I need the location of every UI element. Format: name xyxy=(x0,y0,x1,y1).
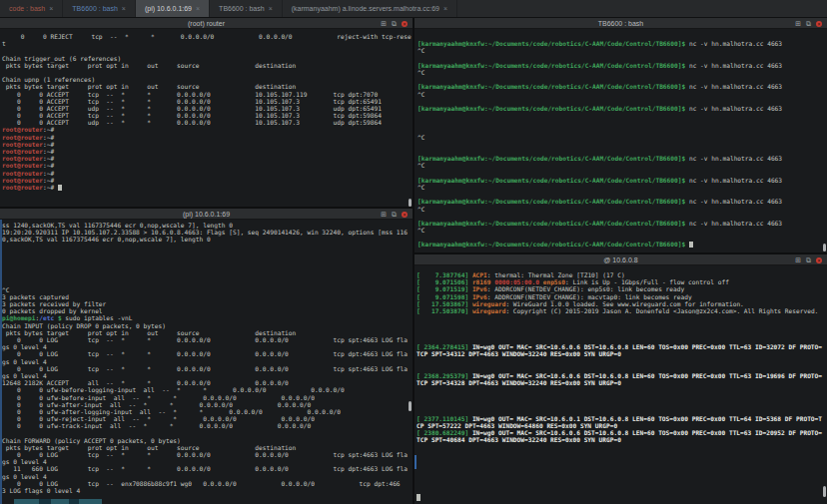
scrollbar[interactable] xyxy=(409,199,412,207)
popout-icon[interactable]: ⧉ xyxy=(392,20,397,27)
terminal-line: gs 0 level 4 xyxy=(2,473,413,480)
tab-label: (karmanyaahm) a.linode.servers.malhotra.… xyxy=(292,5,439,12)
terminal-line xyxy=(417,76,827,83)
scrollbar[interactable] xyxy=(409,401,412,411)
terminal-line: [karmanyaahm@knxfw:~/Documents/code/robo… xyxy=(417,40,827,47)
close-icon[interactable]: × xyxy=(402,212,408,218)
terminal-line xyxy=(416,451,827,458)
group-grid-icon[interactable]: ⊞ xyxy=(381,211,387,218)
terminal-line: Chain upnp (1 references) xyxy=(2,76,413,83)
terminal-line: ^C xyxy=(417,162,827,169)
terminal-line: 0 0 ACCEPT tcp -- * * 0.0.0.0/0 10.105.1… xyxy=(2,98,413,105)
terminal-line xyxy=(416,400,827,407)
terminal-line: [karmanyaahm@knxfw:~/Documents/code/robo… xyxy=(417,220,827,227)
terminal-line: pi@homepi:/etc $ sudo iptables -vnL xyxy=(2,314,413,321)
terminal-line xyxy=(416,321,827,328)
terminal-line xyxy=(417,191,827,198)
terminal-line: root@router:~# xyxy=(2,177,413,184)
group-grid-icon[interactable]: ⊞ xyxy=(795,20,801,27)
tab[interactable]: code : bash× xyxy=(0,0,63,17)
close-icon[interactable]: × xyxy=(816,21,822,27)
terminal-line: pkts bytes target prot opt in out source… xyxy=(2,83,413,90)
terminal-line xyxy=(416,472,827,479)
tab[interactable]: (pi) 10.6.0.1:69× xyxy=(136,0,210,17)
tab-close-icon[interactable]: × xyxy=(269,5,273,12)
scrollbar[interactable] xyxy=(823,244,826,252)
terminal-line: ^C xyxy=(417,91,827,98)
selection-fragment xyxy=(414,455,416,469)
tab-close-icon[interactable]: × xyxy=(122,5,126,12)
tab[interactable]: TB6600 : bash× xyxy=(210,0,283,17)
terminal-line xyxy=(417,33,827,40)
terminal-line: pkts bytes target prot opt in out source… xyxy=(2,444,413,451)
terminal-output-pi[interactable]: ss 1240,sackOK,TS val 1167375446 ecr 0,n… xyxy=(0,220,413,504)
terminal-line xyxy=(416,444,827,451)
terminal-line xyxy=(2,271,413,278)
terminal-line: ^C xyxy=(417,184,827,191)
popout-icon[interactable]: ⧉ xyxy=(806,256,811,263)
terminal-line: 3 packets received by filter xyxy=(2,300,413,307)
terminal-line: [ 9.071598] IPv6: ADDRCONF(NETDEV_CHANGE… xyxy=(416,293,827,300)
terminal-line xyxy=(2,429,413,436)
terminal-line: [karmanyaahm@knxfw:~/Documents/code/robo… xyxy=(417,155,827,162)
terminal-line xyxy=(417,170,827,177)
tab-label: TB6600 : bash xyxy=(219,5,265,12)
terminal-line: 0 0 ufw-before-input all -- * * 0.0.0.0/… xyxy=(2,394,413,401)
pane-title: (pi) 10.6.0.1:69 xyxy=(183,211,230,218)
terminal-line: 0 0 LOG tcp -- * * 0.0.0.0/0 0.0.0.0/0 t… xyxy=(2,451,413,458)
close-icon[interactable]: × xyxy=(402,21,408,27)
terminal-output-tb6600[interactable]: [karmanyaahm@knxfw:~/Documents/code/robo… xyxy=(414,29,827,252)
tab-close-icon[interactable]: × xyxy=(443,5,447,12)
terminal-line xyxy=(416,408,827,415)
terminal-line xyxy=(2,251,413,257)
terminal-line: [ 9.071506] r8169 0000:05:00.0 enp5s0: L… xyxy=(416,278,827,285)
terminal-line: [karmanyaahm@knxfw:~/Documents/code/robo… xyxy=(417,62,827,69)
terminal-line: [ 2368.295379] IN=wg0 OUT= MAC= SRC=10.6… xyxy=(416,372,827,379)
cursor xyxy=(416,494,420,500)
tab-close-icon[interactable]: × xyxy=(49,5,53,12)
terminal-line: root@router:~# xyxy=(2,184,413,191)
tab-bar: code : bash×TB6600 : bash×(pi) 10.6.0.1:… xyxy=(0,0,827,18)
scrollbar[interactable] xyxy=(823,486,826,497)
terminal-line xyxy=(416,465,827,472)
terminal-line: [karmanyaahm@knxfw:~/Documents/code/robo… xyxy=(417,177,827,184)
terminal-line: 0 0 ufw-after-logging-input all -- * * 0… xyxy=(2,408,413,415)
terminal-line xyxy=(2,257,413,264)
tab[interactable]: (karmanyaahm) a.linode.servers.malhotra.… xyxy=(283,0,457,17)
terminal-line: gs 0 level 4 xyxy=(2,343,413,350)
pane-header-10-6-0-8: @ 10.6.0.8 ⊞ ⧉ × xyxy=(414,254,827,265)
tab[interactable]: TB6600 : bash× xyxy=(63,0,136,17)
terminal-line: root@router:~# xyxy=(2,141,413,148)
group-grid-icon[interactable]: ⊞ xyxy=(381,20,387,27)
terminal-output-10-6-0-8[interactable]: [ 7.387764] ACPI: thermal: Thermal Zone … xyxy=(414,265,827,504)
terminal-line: [ 17.503867] wireguard: WireGuard 1.0.0 … xyxy=(416,300,827,307)
terminal-line xyxy=(417,148,827,155)
terminal-line xyxy=(417,119,827,126)
terminal-line: ^C xyxy=(2,286,413,293)
terminal-line: 0 0 ACCEPT tcp -- * * 0.0.0.0/0 10.105.1… xyxy=(2,91,413,98)
focus-edge-highlight xyxy=(0,220,2,504)
close-icon[interactable]: × xyxy=(816,257,822,263)
terminator-window: code : bash×TB6600 : bash×(pi) 10.6.0.1:… xyxy=(0,0,827,504)
terminal-line: 0 0 LOG tcp -- * * 0.0.0.0/0 0.0.0.0/0 t… xyxy=(2,350,413,357)
pane-title: @ 10.6.0.8 xyxy=(603,256,637,263)
terminal-output-root-router[interactable]: 0 0 REJECT tcp -- * * 0.0.0.0/0 0.0.0.0/… xyxy=(0,29,413,207)
terminal-line xyxy=(416,357,827,364)
terminal-line xyxy=(416,393,827,400)
popout-icon[interactable]: ⧉ xyxy=(392,211,397,218)
group-grid-icon[interactable]: ⊞ xyxy=(795,256,801,263)
terminal-line: [ 2377.110145] IN=wg0 OUT= MAC= SRC=10.6… xyxy=(416,415,827,422)
terminal-line xyxy=(417,98,827,105)
terminal-line xyxy=(416,329,827,336)
terminal-line xyxy=(417,55,827,62)
terminal-line: 0 packets dropped by kernel xyxy=(2,307,413,314)
terminal-line: 12648 2182K ACCEPT all -- * * 0.0.0.0/0 … xyxy=(2,379,413,386)
tab-close-icon[interactable]: × xyxy=(196,5,200,12)
terminal-line xyxy=(2,47,413,54)
terminal-line xyxy=(416,458,827,465)
terminal-line: 0 0 LOG tcp -- enx70886b88c9f1 wg0 0.0.0… xyxy=(2,480,413,487)
terminal-line xyxy=(417,112,827,119)
terminal-line xyxy=(416,364,827,371)
popout-icon[interactable]: ⧉ xyxy=(806,20,811,27)
terminal-line: [karmanyaahm@knxfw:~/Documents/code/robo… xyxy=(417,198,827,205)
